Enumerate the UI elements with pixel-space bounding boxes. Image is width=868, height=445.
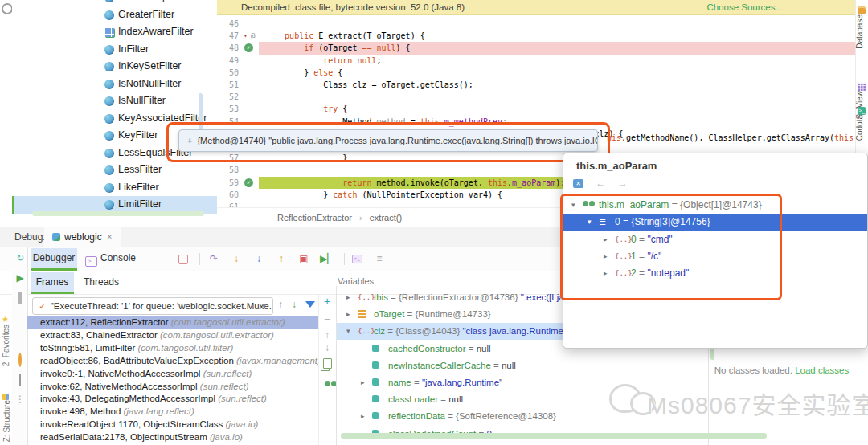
- step-into-icon[interactable]: ↓: [230, 253, 243, 266]
- session-tab-weblogic[interactable]: weblogic×: [44, 227, 121, 249]
- stack-frame-row[interactable]: extract:83, ChainedExtractor (com.tangos…: [27, 329, 318, 342]
- code-line[interactable]: 53 try {: [217, 103, 855, 115]
- move-up-icon[interactable]: ↑: [321, 329, 334, 342]
- close-icon[interactable]: ×: [107, 231, 113, 243]
- layout-settings-icon[interactable]: ≡: [373, 253, 386, 266]
- settings-icon[interactable]: [2, 3, 13, 14]
- code-line[interactable]: 52: [217, 91, 855, 103]
- remove-watch-icon[interactable]: −: [321, 313, 334, 326]
- tab-frames[interactable]: Frames: [31, 272, 74, 294]
- back-arrow-icon[interactable]: ←: [596, 178, 605, 189]
- tree-item[interactable]: LessFilter: [12, 161, 217, 179]
- mute-breakpoint-circle-icon[interactable]: [14, 354, 27, 367]
- chevron-down-icon[interactable]: ▾: [346, 323, 350, 340]
- move-down-icon[interactable]: ↓: [321, 342, 334, 355]
- chevron-right-icon[interactable]: ▸: [361, 408, 365, 425]
- stack-frame-row[interactable]: invoke:498, Method (java.lang.reflect): [27, 406, 318, 418]
- tool-tab-codota[interactable]: >_ Codota: [855, 107, 868, 141]
- chevron-right-icon[interactable]: ▸: [604, 248, 608, 265]
- view-breakpoints-icon[interactable]: [14, 334, 27, 347]
- chevron-right-icon[interactable]: ▸: [604, 265, 608, 282]
- evaluate-expression-icon[interactable]: >_: [352, 255, 362, 263]
- tree-item[interactable]: IsNotNullFilter: [12, 76, 217, 93]
- filter-funnel-icon[interactable]: [305, 301, 315, 308]
- breakpoint-check-icon[interactable]: ✓: [244, 178, 253, 187]
- forward-arrow-icon[interactable]: →: [618, 178, 628, 189]
- chevron-down-icon[interactable]: ▾: [588, 214, 592, 231]
- frame-next-icon[interactable]: ↓: [292, 299, 297, 310]
- stack-frame-row[interactable]: invoke:62, NativeMethodAccessorImpl (sun…: [27, 381, 318, 394]
- tree-item[interactable]: InKeySetFilter: [12, 58, 217, 76]
- stack-frame-row[interactable]: toString:581, LimitFilter (com.tangosol.…: [27, 342, 318, 355]
- thread-selector-dropdown[interactable]: ✓"ExecuteThread: '1' for queue: 'weblogi…: [32, 297, 273, 315]
- stack-frame-row[interactable]: readObject:86, BadAttributeValueExpExcep…: [27, 355, 318, 368]
- tree-item[interactable]: LikeFilter: [12, 179, 217, 197]
- tab-threads[interactable]: Threads: [84, 272, 119, 292]
- chevron-right-icon[interactable]: ▸: [346, 289, 350, 306]
- code-line[interactable]: 46: [217, 18, 855, 30]
- add-watch-icon[interactable]: +: [321, 296, 334, 308]
- duplicate-icon[interactable]: [321, 358, 334, 371]
- tree-item[interactable]: IndexAwareFilter: [12, 23, 217, 41]
- pin-icon[interactable]: [14, 413, 27, 426]
- step-over-icon[interactable]: ↷: [207, 253, 220, 266]
- expand-plus-icon[interactable]: +: [187, 136, 192, 145]
- popup-row[interactable]: ▾this.m_aoParam = {Object[1]@14743}: [563, 197, 867, 214]
- tree-item[interactable]: IsNullFilter: [12, 92, 217, 110]
- breadcrumb-class[interactable]: ReflectionExtractor: [277, 213, 352, 222]
- chevron-down-icon[interactable]: ▾: [571, 197, 575, 214]
- stop-icon[interactable]: [14, 312, 27, 325]
- code-line[interactable]: 49 return null;: [217, 55, 855, 67]
- step-out-icon[interactable]: ↑: [275, 253, 288, 266]
- sidebar-tab-favorites[interactable]: ★ 2: Favorites: [2, 313, 10, 366]
- variables-horizontal-scrollbar[interactable]: [341, 433, 767, 439]
- frame-prev-icon[interactable]: ↑: [278, 299, 283, 310]
- thread-dump-camera-icon[interactable]: [14, 374, 27, 387]
- chevron-right-icon[interactable]: ▸: [604, 231, 608, 248]
- variable-row[interactable]: classLoader = null: [337, 391, 709, 408]
- stack-frame-row[interactable]: invoke0:-1, NativeMethodAccessorImpl (su…: [27, 368, 318, 381]
- variable-row[interactable]: newInstanceCallerCache = null: [337, 357, 709, 374]
- popup-row[interactable]: ▸{..}1 = "/c": [563, 248, 867, 265]
- chevron-right-icon[interactable]: ▸: [346, 306, 350, 323]
- tool-tab-database[interactable]: Database: [855, 6, 868, 49]
- code-line[interactable]: 51 Class clz = oTarget.getClass();: [217, 79, 855, 91]
- variable-row[interactable]: ▸name = "java.lang.Runtime": [337, 374, 709, 391]
- tree-horizontal-scrollbar[interactable]: [32, 211, 204, 216]
- resume-icon[interactable]: ▶: [14, 272, 27, 285]
- tab-console[interactable]: >_Console: [85, 248, 136, 268]
- class-icon: [104, 62, 114, 71]
- tree-item[interactable]: GreaterFilter: [12, 6, 217, 24]
- force-step-into-icon[interactable]: ↓: [252, 253, 265, 266]
- rerun-icon[interactable]: ↻: [14, 252, 27, 265]
- choose-sources-link[interactable]: Choose Sources...: [706, 0, 783, 14]
- line-number: 52: [217, 91, 239, 103]
- code-line[interactable]: 47▾@ public E extract(T oTarget) {: [217, 30, 855, 42]
- drop-frame-icon[interactable]: ▣: [297, 253, 310, 266]
- code-line[interactable]: 50 } else {: [217, 67, 855, 79]
- tree-item[interactable]: InFilter: [12, 41, 217, 59]
- run-to-cursor-icon[interactable]: ▶▏: [320, 253, 333, 266]
- tree-item[interactable]: GreaterEqualsFilter: [12, 0, 217, 6]
- chevron-right-icon[interactable]: ▸: [361, 374, 365, 391]
- mute-breakpoints-icon[interactable]: [178, 255, 188, 264]
- tab-debugger[interactable]: Debugger: [31, 248, 77, 271]
- popup-row[interactable]: ▸{..}0 = "cmd": [563, 231, 867, 248]
- pause-icon[interactable]: [14, 292, 27, 305]
- variable-row[interactable]: ▸reflectionData = {SoftReference@14308}: [337, 408, 709, 425]
- sidebar-tab-structure[interactable]: Z: Structure: [2, 394, 11, 442]
- code-line[interactable]: 48✓ if (oTarget == null) {: [217, 42, 855, 54]
- stack-frame-row[interactable]: invokeReadObject:1170, ObjectStreamClass…: [27, 418, 318, 431]
- run-config-icon: [52, 233, 60, 241]
- popup-row[interactable]: ▸{..}2 = "notepad": [563, 265, 867, 282]
- breadcrumb-method[interactable]: extract(): [370, 213, 402, 222]
- stack-frame-row[interactable]: readSerialData:2178, ObjectInputStream (…: [27, 431, 318, 444]
- more-options-icon[interactable]: ⋮: [14, 394, 27, 406]
- show-watches-icon[interactable]: [321, 378, 334, 390]
- popup-row[interactable]: ▾≣0 = {String[3]@14756}: [563, 214, 867, 231]
- load-classes-link[interactable]: Load classes: [795, 365, 849, 375]
- breakpoint-check-icon[interactable]: ✓: [244, 43, 253, 52]
- close-folder-icon[interactable]: ✕: [573, 179, 583, 188]
- stack-frame-row[interactable]: extract:112, ReflectionExtractor (com.ta…: [27, 316, 318, 329]
- stack-frame-row[interactable]: invoke:43, DelegatingMethodAccessorImpl …: [27, 393, 318, 406]
